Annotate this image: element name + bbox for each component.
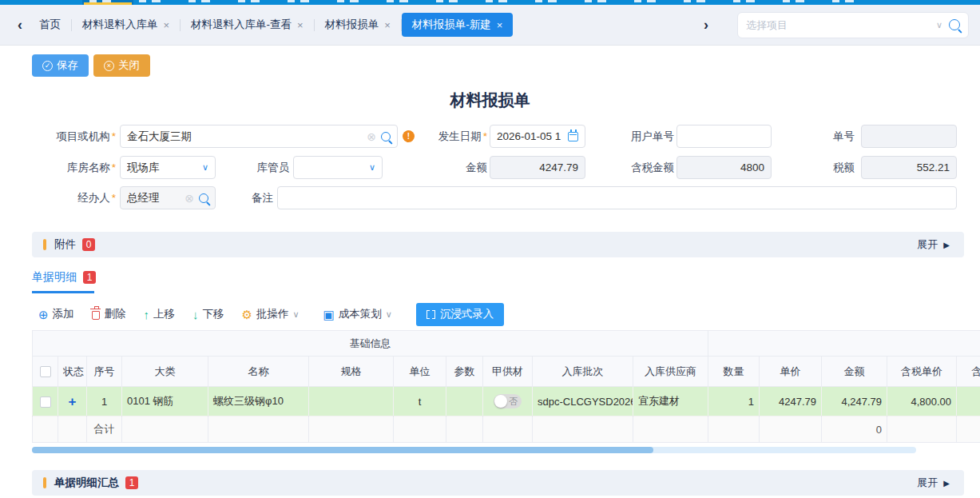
- close-icon[interactable]: ×: [497, 19, 503, 31]
- clear-icon[interactable]: ⊗: [184, 193, 194, 204]
- cost-plan-dropdown[interactable]: ▣ 成本策划 ∨: [323, 307, 399, 321]
- summary-section-title: 单据明细汇总: [54, 476, 119, 490]
- tab-material-loss[interactable]: 材料报损单 ×: [315, 13, 401, 37]
- chevron-down-icon[interactable]: ∨: [936, 20, 942, 30]
- move-up-button[interactable]: ↑ 上移: [144, 307, 176, 321]
- summary-expand-button[interactable]: 展开 ▶: [917, 476, 950, 490]
- tabs-back-icon[interactable]: ‹: [11, 17, 29, 34]
- cell-name[interactable]: 螺纹三级钢φ10: [208, 387, 309, 416]
- checkbox-icon[interactable]: [40, 396, 51, 408]
- cell-unit[interactable]: t: [394, 387, 446, 416]
- col-batch: 入库批次: [533, 357, 633, 387]
- move-down-button[interactable]: ↓ 下移: [192, 307, 224, 321]
- required-asterisk: *: [112, 130, 116, 142]
- cell-tax-amount: [957, 387, 980, 416]
- tab-label: 材料退料入库单: [82, 18, 158, 32]
- required-asterisk: *: [112, 192, 116, 204]
- checkbox-icon[interactable]: [40, 366, 51, 377]
- remark-label: 备注: [196, 186, 273, 209]
- scrollbar-thumb[interactable]: [32, 447, 653, 453]
- user-no-label: 用户单号: [595, 125, 674, 148]
- delete-label: 删除: [105, 307, 126, 321]
- clear-icon[interactable]: ⊗: [367, 131, 376, 142]
- tab-label: 材料退料入库单-查看: [191, 18, 292, 32]
- tax-incl-value: 4800: [684, 161, 764, 173]
- tabs-forward-icon[interactable]: ›: [697, 17, 715, 34]
- attachment-count-badge: 0: [82, 238, 95, 251]
- tab-material-return-view[interactable]: 材料退料入库单-查看 ×: [181, 13, 314, 37]
- save-button[interactable]: ✓ 保存: [32, 54, 89, 77]
- close-icon[interactable]: ×: [297, 19, 304, 31]
- attachment-expand-button[interactable]: 展开 ▶: [917, 237, 950, 252]
- project-search-input[interactable]: [746, 19, 933, 31]
- tab-label: 材料报损单-新建: [412, 18, 491, 32]
- cell-spec[interactable]: [309, 387, 394, 416]
- cell-price[interactable]: 4247.79: [760, 387, 822, 416]
- expand-plus-icon[interactable]: +: [69, 394, 77, 409]
- detail-tab-label: 单据明细: [32, 270, 77, 285]
- doc-no-field: [861, 125, 957, 148]
- row-select-cell[interactable]: [33, 387, 58, 416]
- attachment-section-title: 附件: [54, 237, 76, 252]
- total-amount: 0: [822, 416, 887, 443]
- keeper-select[interactable]: ∨: [293, 156, 383, 179]
- owner-supplied-toggle[interactable]: 否: [494, 394, 522, 408]
- required-asterisk: *: [112, 161, 116, 173]
- row-status-cell[interactable]: +: [58, 387, 87, 416]
- close-button[interactable]: × 关闭: [93, 54, 150, 77]
- page-title: 材料报损单: [0, 90, 980, 111]
- tax-value: 552.21: [868, 161, 950, 173]
- delete-row-button[interactable]: 删除: [92, 307, 126, 321]
- cell-supplier[interactable]: 宜东建材: [633, 387, 708, 416]
- cell-owner-supplied: 否: [483, 387, 533, 416]
- project-field[interactable]: 金石大厦三期 ⊗: [120, 125, 398, 148]
- cost-plan-icon: ▣: [323, 309, 335, 321]
- close-icon[interactable]: ×: [164, 19, 170, 31]
- attachment-section-bar[interactable]: 附件 0 展开 ▶: [32, 232, 964, 257]
- date-field[interactable]: 2026-01-05 1: [490, 125, 585, 148]
- warehouse-label: 库房名称*: [16, 156, 116, 179]
- table-header-row: 状态 序号 大类 名称 规格 单位 参数 甲供材 入库批次 入库供应商 数量 单…: [33, 357, 980, 387]
- tab-material-return[interactable]: 材料退料入库单 ×: [72, 13, 180, 37]
- cell-batch[interactable]: sdpc-CLCGYSD202601: [533, 387, 633, 416]
- table-row[interactable]: + 1 0101 钢筋 螺纹三级钢φ10 t 否 sdpc-CLCGYSD202…: [33, 387, 980, 416]
- close-icon[interactable]: ×: [384, 19, 391, 31]
- save-button-label: 保存: [57, 58, 78, 73]
- col-price: 单价: [760, 357, 822, 387]
- x-circle-icon: ×: [104, 61, 114, 71]
- group-header-amounts: [708, 331, 980, 357]
- tab-label: 首页: [39, 18, 61, 32]
- cell-seq: 1: [87, 387, 122, 416]
- tab-detail[interactable]: 单据明细 1: [32, 270, 96, 285]
- cell-param[interactable]: [446, 387, 483, 416]
- cell-qty[interactable]: 1: [708, 387, 760, 416]
- user-no-field[interactable]: [676, 125, 772, 148]
- batch-ops-dropdown[interactable]: ⚙ 批操作 ∨: [242, 307, 306, 321]
- calendar-icon[interactable]: [568, 132, 578, 141]
- plus-circle-icon: ⊕: [38, 309, 49, 321]
- summary-section-bar[interactable]: 单据明细汇总 1 展开 ▶: [32, 470, 964, 496]
- tab-material-loss-new[interactable]: 材料报损单-新建 ×: [402, 13, 514, 37]
- cell-tax-price[interactable]: 4,800.00: [887, 387, 957, 416]
- project-search-box[interactable]: ∨: [737, 12, 969, 38]
- expand-triangle-icon: ▶: [943, 479, 950, 488]
- table-horizontal-scrollbar[interactable]: [32, 447, 916, 453]
- select-all-header[interactable]: [33, 357, 58, 387]
- lookup-icon[interactable]: [381, 132, 391, 141]
- top-menu-clipped-text: [89, 0, 860, 2]
- table-group-header-row: 基础信息: [33, 331, 980, 357]
- move-up-label: 上移: [153, 307, 175, 321]
- tab-home[interactable]: 首页: [29, 13, 71, 37]
- immersive-entry-button[interactable]: 沉浸式录入: [416, 303, 505, 326]
- remark-field[interactable]: [277, 186, 957, 209]
- cell-category[interactable]: 0101 钢筋: [122, 387, 208, 416]
- col-spec: 规格: [309, 357, 394, 387]
- cost-plan-label: 成本策划: [339, 307, 382, 321]
- info-icon[interactable]: !: [403, 130, 415, 142]
- project-value: 金石大厦三期: [127, 129, 367, 144]
- col-tax-price: 含税单价: [887, 357, 957, 387]
- chevron-down-icon[interactable]: ∨: [369, 162, 375, 173]
- agent-label: 经办人*: [16, 186, 116, 209]
- search-icon[interactable]: [949, 19, 960, 30]
- add-row-button[interactable]: ⊕ 添加: [38, 307, 74, 321]
